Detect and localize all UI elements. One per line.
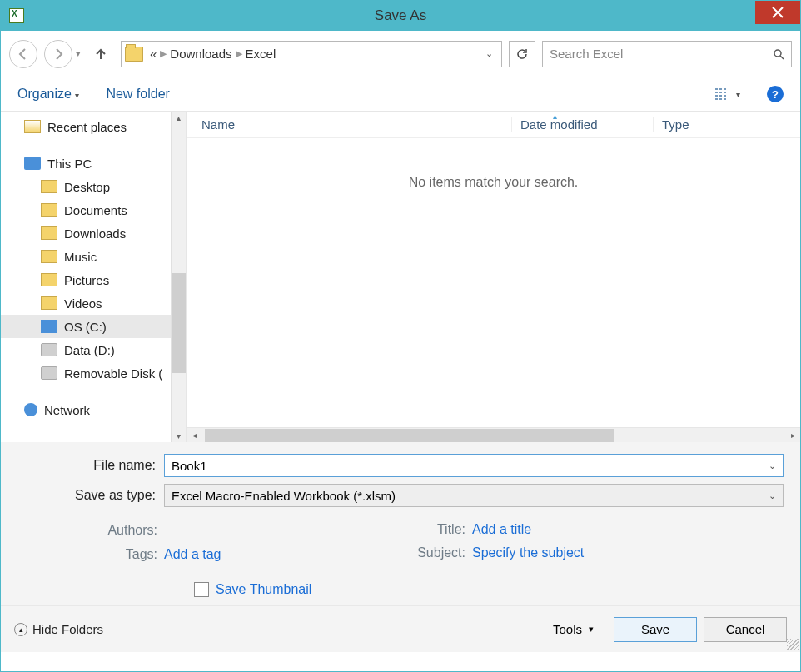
tree-videos[interactable]: Videos xyxy=(1,291,171,315)
tree-scrollbar[interactable]: ▴ ▾ xyxy=(171,112,186,442)
save-button[interactable]: Save xyxy=(614,617,697,642)
drive-icon xyxy=(41,366,57,380)
svg-point-0 xyxy=(774,50,781,57)
close-icon xyxy=(772,7,784,18)
recent-dropdown-icon[interactable]: ▾ xyxy=(76,48,81,59)
empty-message: No items match your search. xyxy=(187,175,800,190)
navigation-bar: ▾ « ▶ Downloads ▶ Excel ⌄ Search Excel xyxy=(1,31,800,77)
navigation-pane: Recent places This PC Desktop Documents … xyxy=(1,112,186,442)
column-type[interactable]: Type xyxy=(653,117,800,132)
breadcrumb-excel[interactable]: Excel xyxy=(246,47,276,61)
excel-app-icon xyxy=(9,8,24,23)
tree-data-d[interactable]: Data (D:) xyxy=(1,338,171,361)
save-thumbnail-checkbox[interactable] xyxy=(194,582,209,597)
drive-icon xyxy=(41,343,57,356)
tree-this-pc[interactable]: This PC xyxy=(1,152,171,175)
tree-recent-places[interactable]: Recent places xyxy=(1,115,171,138)
arrow-right-icon xyxy=(52,47,65,61)
column-date-modified[interactable]: Date modified xyxy=(511,117,653,132)
tree-pictures[interactable]: Pictures xyxy=(1,268,171,291)
titlebar: Save As xyxy=(1,1,800,31)
address-dropdown-icon[interactable]: ⌄ xyxy=(480,48,498,59)
scroll-right-icon: ▸ xyxy=(785,431,800,440)
tree-downloads[interactable]: Downloads xyxy=(1,222,171,245)
arrow-left-icon xyxy=(17,47,30,61)
cancel-button[interactable]: Cancel xyxy=(704,617,787,642)
tree-music[interactable]: Music xyxy=(1,245,171,268)
filename-input[interactable]: Book1 ⌄ xyxy=(164,454,784,477)
title-field[interactable]: Add a title xyxy=(472,522,531,537)
tree-desktop[interactable]: Desktop xyxy=(1,175,171,198)
folder-icon xyxy=(41,250,57,263)
hide-folders-button[interactable]: ▴ Hide Folders xyxy=(14,622,103,636)
breadcrumb-ellipsis[interactable]: « xyxy=(150,47,157,61)
organize-menu[interactable]: Organize ▾ xyxy=(17,87,79,102)
folder-icon xyxy=(41,226,57,240)
refresh-icon xyxy=(515,47,529,61)
collapse-icon: ▴ xyxy=(14,623,27,636)
filename-label: File name: xyxy=(1,458,164,473)
subject-field[interactable]: Specify the subject xyxy=(472,545,584,560)
savetype-label: Save as type: xyxy=(1,488,164,503)
arrow-up-icon xyxy=(94,47,107,61)
scroll-left-icon: ◂ xyxy=(187,431,201,440)
authors-label: Authors: xyxy=(1,523,164,538)
folder-icon xyxy=(41,180,57,193)
windows-drive-icon xyxy=(41,320,57,333)
back-button[interactable] xyxy=(9,40,37,68)
chevron-down-icon[interactable]: ⌄ xyxy=(769,490,776,501)
column-headers: ▴ Name Date modified Type xyxy=(187,112,800,138)
chevron-right-icon: ▶ xyxy=(236,48,242,59)
scroll-up-icon: ▴ xyxy=(177,113,181,122)
new-folder-button[interactable]: New folder xyxy=(106,87,169,102)
scroll-down-icon: ▾ xyxy=(177,431,181,441)
title-label: Title: xyxy=(405,522,472,537)
tree-documents[interactable]: Documents xyxy=(1,198,171,222)
tools-menu[interactable]: Tools▾ xyxy=(553,622,594,636)
network-icon xyxy=(24,403,37,416)
hscroll-thumb[interactable] xyxy=(205,429,614,442)
search-icon xyxy=(773,48,784,60)
folder-icon xyxy=(41,296,57,310)
chevron-down-icon[interactable]: ⌄ xyxy=(769,460,776,471)
search-placeholder: Search Excel xyxy=(550,47,623,61)
authors-field[interactable] xyxy=(164,522,314,539)
help-icon: ? xyxy=(772,88,779,101)
tags-label: Tags: xyxy=(1,547,164,562)
scroll-thumb[interactable] xyxy=(172,273,186,373)
save-thumbnail-label[interactable]: Save Thumbnail xyxy=(216,582,311,597)
forward-button[interactable] xyxy=(44,40,72,68)
dialog-footer: ▴ Hide Folders Tools▾ Save Cancel xyxy=(1,605,800,652)
tree-removable[interactable]: Removable Disk ( xyxy=(1,361,171,385)
chevron-right-icon: ▶ xyxy=(160,48,167,59)
column-name[interactable]: Name xyxy=(187,117,511,132)
window-title: Save As xyxy=(1,7,800,24)
folder-icon xyxy=(41,273,57,286)
recent-places-icon xyxy=(24,120,41,133)
explorer-split: Recent places This PC Desktop Documents … xyxy=(1,111,800,442)
help-button[interactable]: ? xyxy=(767,86,784,102)
sort-indicator-icon: ▴ xyxy=(553,112,557,121)
close-button[interactable] xyxy=(755,1,800,24)
save-form: File name: Book1 ⌄ Save as type: Excel M… xyxy=(1,442,800,605)
folder-icon xyxy=(41,203,57,217)
save-as-dialog: Save As ▾ « ▶ Downloads ▶ Excel ⌄ Search xyxy=(0,0,801,672)
command-bar: Organize ▾ New folder ▾ ? xyxy=(1,77,800,111)
search-input[interactable]: Search Excel xyxy=(542,41,792,67)
resize-grip[interactable] xyxy=(787,639,799,650)
view-list-icon xyxy=(714,87,731,101)
savetype-select[interactable]: Excel Macro-Enabled Workbook (*.xlsm) ⌄ xyxy=(164,484,784,507)
tree-os-c[interactable]: OS (C:) xyxy=(1,315,171,338)
up-button[interactable] xyxy=(91,44,111,64)
breadcrumb-downloads[interactable]: Downloads xyxy=(170,47,231,61)
folder-icon xyxy=(125,47,143,62)
view-options-button[interactable]: ▾ xyxy=(714,87,740,101)
pc-icon xyxy=(24,157,41,170)
horizontal-scrollbar[interactable]: ◂ ▸ xyxy=(187,427,800,442)
address-bar[interactable]: « ▶ Downloads ▶ Excel ⌄ xyxy=(121,41,502,67)
tags-field[interactable]: Add a tag xyxy=(164,547,221,562)
tree-network[interactable]: Network xyxy=(1,398,171,421)
subject-label: Subject: xyxy=(405,545,472,560)
refresh-button[interactable] xyxy=(509,41,535,67)
file-list-pane: ▴ Name Date modified Type No items match… xyxy=(186,112,800,442)
